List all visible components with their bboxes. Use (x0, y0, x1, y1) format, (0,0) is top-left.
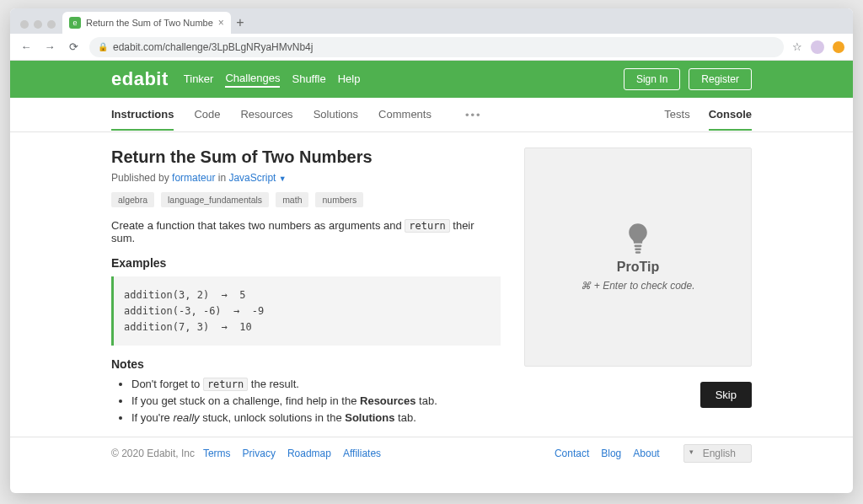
instructions-panel: Return the Sum of Two Numbers Published … (111, 147, 501, 428)
register-button[interactable]: Register (689, 68, 752, 90)
reload-icon[interactable]: ⟳ (66, 40, 81, 53)
examples-heading: Examples (111, 256, 501, 270)
challenge-byline: Published by formateur in JavaScript ▼ (111, 172, 501, 184)
console-box: ProTip ⌘ + Enter to check code. (524, 147, 752, 367)
footer-wrap: © 2020 Edabit, Inc Terms Privacy Roadmap… (10, 437, 853, 469)
window-max-icon[interactable] (47, 20, 56, 29)
footer-roadmap[interactable]: Roadmap (287, 448, 331, 459)
window-min-icon[interactable] (34, 20, 42, 29)
close-tab-icon[interactable]: × (218, 17, 224, 29)
console-panel: ProTip ⌘ + Enter to check code. Skip (524, 147, 752, 428)
profile-avatar-icon[interactable] (811, 40, 824, 54)
note-item: If you get stuck on a challenge, find he… (131, 394, 501, 407)
inline-code: return (405, 219, 449, 233)
tab-solutions[interactable]: Solutions (314, 99, 358, 131)
tab-comments[interactable]: Comments (378, 99, 432, 131)
footer-about[interactable]: About (633, 448, 659, 459)
language-selector[interactable]: English (683, 444, 752, 463)
footer-affiliates[interactable]: Affiliates (343, 448, 381, 459)
tag[interactable]: language_fundamentals (161, 192, 269, 207)
nav-challenges[interactable]: Challenges (225, 72, 280, 88)
example-line: addition(7, 3) → 10 (124, 321, 490, 333)
browser-tab[interactable]: e Return the Sum of Two Numbe × (62, 12, 231, 34)
skip-button[interactable]: Skip (700, 382, 752, 408)
lock-icon: 🔒 (98, 42, 108, 51)
brand-logo[interactable]: edabit (111, 68, 169, 90)
favicon-icon: e (69, 17, 81, 29)
main-area: Return the Sum of Two Numbers Published … (10, 132, 853, 493)
copyright: © 2020 Edabit, Inc (111, 448, 195, 459)
example-line: addition(3, 2) → 5 (124, 289, 490, 301)
note-item: Don't forget to return the result. (131, 378, 501, 390)
svg-rect-2 (635, 251, 641, 254)
protip-subtitle: ⌘ + Enter to check code. (581, 280, 694, 292)
tag[interactable]: numbers (315, 192, 363, 207)
author-link[interactable]: formateur (172, 172, 215, 184)
tab-code[interactable]: Code (194, 99, 220, 131)
tab-title: Return the Sum of Two Numbe (86, 18, 213, 28)
footer-privacy[interactable]: Privacy (243, 448, 276, 459)
tag[interactable]: math (276, 192, 308, 207)
protip-title: ProTip (617, 260, 659, 275)
browser-window: e Return the Sum of Two Numbe × + ← → ⟳ … (10, 8, 853, 493)
note-item: If you're really stuck, unlock solutions… (131, 411, 501, 424)
challenge-title: Return the Sum of Two Numbers (111, 147, 501, 167)
forward-icon[interactable]: → (42, 40, 57, 53)
footer-contact[interactable]: Contact (555, 448, 589, 459)
output-tabs: Tests Console (664, 99, 752, 131)
example-line: addition(-3, -6) → -9 (124, 305, 490, 317)
footer-links: Terms Privacy Roadmap Affiliates (203, 448, 381, 459)
challenge-tabs: Instructions Code Resources Solutions Co… (111, 99, 432, 131)
browser-tabbar: e Return the Sum of Two Numbe × + (10, 8, 853, 34)
tag[interactable]: algebra (111, 192, 154, 207)
more-menu-icon[interactable]: ••• (465, 109, 482, 121)
nav-shuffle[interactable]: Shuffle (292, 72, 325, 87)
nav-tinker[interactable]: Tinker (184, 72, 214, 87)
site-footer: © 2020 Edabit, Inc Terms Privacy Roadmap… (111, 437, 752, 469)
chevron-down-icon[interactable]: ▼ (279, 174, 287, 183)
tab-instructions[interactable]: Instructions (111, 99, 174, 131)
notes-list: Don't forget to return the result. If yo… (111, 378, 501, 424)
svg-rect-1 (635, 248, 641, 250)
examples-codeblock: addition(3, 2) → 5 addition(-3, -6) → -9… (111, 276, 501, 346)
back-icon[interactable]: ← (19, 40, 34, 53)
tab-resources[interactable]: Resources (240, 99, 292, 131)
new-tab-button[interactable]: + (231, 15, 249, 34)
window-close-icon[interactable] (20, 20, 29, 29)
extension-icon[interactable] (833, 41, 844, 53)
url-text: edabit.com/challenge/3LpBLgNRyaHMvNb4j (113, 41, 313, 53)
footer-right-links: Contact Blog About English (555, 444, 752, 463)
footer-blog[interactable]: Blog (601, 448, 621, 459)
tab-console[interactable]: Console (709, 99, 752, 131)
site-header: edabit Tinker Challenges Shuffle Help Si… (10, 61, 853, 98)
lightbulb-icon (624, 223, 651, 255)
svg-rect-0 (635, 245, 642, 248)
browser-addressbar: ← → ⟳ 🔒 edabit.com/challenge/3LpBLgNRyaH… (10, 34, 853, 61)
url-field[interactable]: 🔒 edabit.com/challenge/3LpBLgNRyaHMvNb4j (89, 37, 784, 57)
secondary-nav-wrap: Instructions Code Resources Solutions Co… (10, 98, 853, 132)
tab-tests[interactable]: Tests (664, 99, 689, 131)
signin-button[interactable]: Sign In (624, 68, 680, 90)
notes-heading: Notes (111, 357, 501, 371)
tag-list: algebra language_fundamentals math numbe… (111, 192, 501, 207)
primary-nav: Tinker Challenges Shuffle Help (184, 72, 361, 88)
star-icon[interactable]: ☆ (792, 40, 802, 53)
language-link[interactable]: JavaScript (228, 172, 276, 184)
challenge-description: Create a function that takes two numbers… (111, 219, 501, 244)
footer-terms[interactable]: Terms (203, 448, 231, 459)
window-controls (17, 20, 62, 34)
nav-help[interactable]: Help (338, 72, 361, 87)
